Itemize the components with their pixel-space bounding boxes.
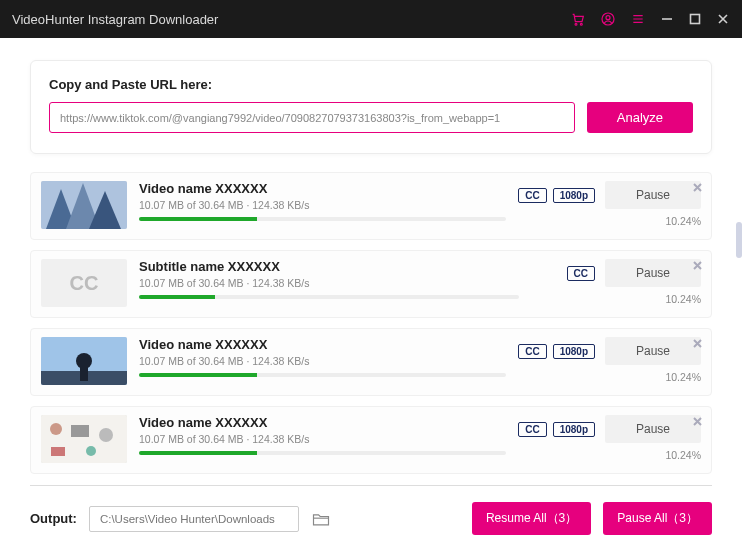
pause-button[interactable]: Pause <box>605 181 701 209</box>
close-icon[interactable] <box>692 179 703 190</box>
url-label: Copy and Paste URL here: <box>49 77 693 92</box>
percent-label: 10.24% <box>665 215 701 227</box>
badge: CC <box>518 188 546 203</box>
download-title: Video name XXXXXX <box>139 415 506 430</box>
badges: CC1080p <box>518 422 595 437</box>
pause-button[interactable]: Pause <box>605 415 701 443</box>
download-stats: 10.07 MB of 30.64 MB · 124.38 KB/s <box>139 433 506 445</box>
user-icon[interactable] <box>600 11 616 27</box>
download-right: CC1080pPause10.24% <box>518 181 701 227</box>
progress-track <box>139 451 506 455</box>
footer: Output: Resume All（3） Pause All（3） <box>30 502 712 535</box>
progress-bar <box>139 217 257 221</box>
close-icon[interactable] <box>692 335 703 346</box>
pause-button[interactable]: Pause <box>605 337 701 365</box>
percent-label: 10.24% <box>665 371 701 383</box>
progress-track <box>139 295 519 299</box>
progress-bar <box>139 373 257 377</box>
download-main: Subtitle name XXXXXX10.07 MB of 30.64 MB… <box>139 259 519 299</box>
menu-icon[interactable] <box>630 11 646 27</box>
svg-rect-12 <box>80 365 88 381</box>
svg-point-1 <box>580 23 582 25</box>
minimize-icon[interactable] <box>660 12 674 26</box>
url-input[interactable] <box>49 102 575 133</box>
download-row: Video name XXXXXX10.07 MB of 30.64 MB · … <box>30 172 712 240</box>
download-row: CCSubtitle name XXXXXX10.07 MB of 30.64 … <box>30 250 712 318</box>
progress-bar <box>139 295 215 299</box>
thumbnail <box>41 181 127 229</box>
percent-label: 10.24% <box>665 449 701 461</box>
percent-label: 10.24% <box>665 293 701 305</box>
badges: CC <box>567 266 595 281</box>
titlebar: VideoHunter Instagram Downloader <box>0 0 742 38</box>
svg-point-18 <box>86 446 96 456</box>
download-title: Video name XXXXXX <box>139 181 506 196</box>
badges: CC1080p <box>518 188 595 203</box>
pause-all-button[interactable]: Pause All（3） <box>603 502 712 535</box>
thumbnail: CC <box>41 259 127 307</box>
url-card: Copy and Paste URL here: Analyze <box>30 60 712 154</box>
progress-track <box>139 217 506 221</box>
analyze-button[interactable]: Analyze <box>587 102 693 133</box>
download-title: Subtitle name XXXXXX <box>139 259 519 274</box>
badge: CC <box>567 266 595 281</box>
svg-rect-17 <box>51 447 65 456</box>
divider <box>30 485 712 486</box>
download-row: Video name XXXXXX10.07 MB of 30.64 MB · … <box>30 328 712 396</box>
download-right: CC1080pPause10.24% <box>518 415 701 461</box>
thumbnail <box>41 337 127 385</box>
downloads-list: Video name XXXXXX10.07 MB of 30.64 MB · … <box>30 172 712 474</box>
badge: CC <box>518 422 546 437</box>
scrollbar-thumb[interactable] <box>736 222 742 258</box>
svg-point-14 <box>50 423 62 435</box>
folder-icon[interactable] <box>311 509 331 529</box>
cart-icon[interactable] <box>570 11 586 27</box>
maximize-icon[interactable] <box>688 12 702 26</box>
output-label: Output: <box>30 511 77 526</box>
svg-point-3 <box>606 16 610 20</box>
titlebar-icons <box>570 11 730 27</box>
badges: CC1080p <box>518 344 595 359</box>
badge: 1080p <box>553 188 595 203</box>
svg-point-16 <box>99 428 113 442</box>
progress-bar <box>139 451 257 455</box>
download-main: Video name XXXXXX10.07 MB of 30.64 MB · … <box>139 337 506 377</box>
download-main: Video name XXXXXX10.07 MB of 30.64 MB · … <box>139 181 506 221</box>
download-stats: 10.07 MB of 30.64 MB · 124.38 KB/s <box>139 355 506 367</box>
svg-rect-4 <box>691 15 700 24</box>
download-main: Video name XXXXXX10.07 MB of 30.64 MB · … <box>139 415 506 455</box>
svg-rect-15 <box>71 425 89 437</box>
footer-area: Output: Resume All（3） Pause All（3） <box>0 485 742 555</box>
resume-all-button[interactable]: Resume All（3） <box>472 502 591 535</box>
svg-point-0 <box>575 23 577 25</box>
url-row: Analyze <box>49 102 693 133</box>
badge: 1080p <box>553 422 595 437</box>
progress-track <box>139 373 506 377</box>
download-stats: 10.07 MB of 30.64 MB · 124.38 KB/s <box>139 199 506 211</box>
pause-button[interactable]: Pause <box>605 259 701 287</box>
content: Copy and Paste URL here: Analyze Video n… <box>0 38 742 474</box>
download-title: Video name XXXXXX <box>139 337 506 352</box>
close-icon[interactable] <box>692 413 703 424</box>
badge: CC <box>518 344 546 359</box>
badge: 1080p <box>553 344 595 359</box>
download-stats: 10.07 MB of 30.64 MB · 124.38 KB/s <box>139 277 519 289</box>
output-path-input[interactable] <box>89 506 299 532</box>
close-icon[interactable] <box>692 257 703 268</box>
download-row: Video name XXXXXX10.07 MB of 30.64 MB · … <box>30 406 712 474</box>
close-icon[interactable] <box>716 12 730 26</box>
download-right: CC1080pPause10.24% <box>518 337 701 383</box>
download-right: CCPause10.24% <box>531 259 701 305</box>
app-title: VideoHunter Instagram Downloader <box>12 12 570 27</box>
thumbnail <box>41 415 127 463</box>
